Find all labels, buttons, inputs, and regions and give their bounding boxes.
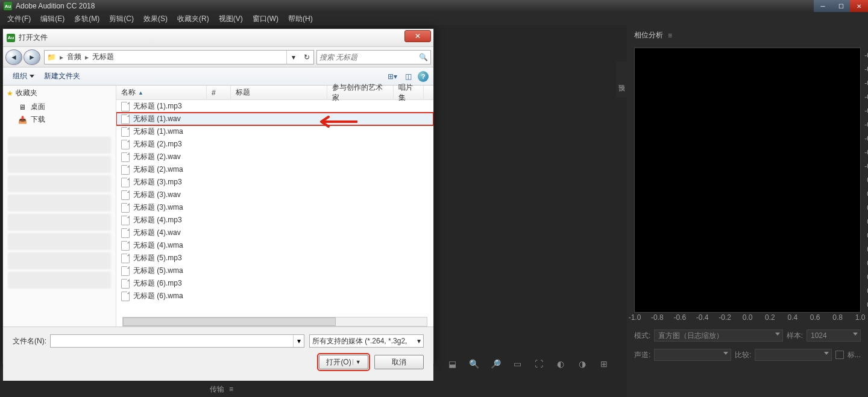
dialog-body: ★ 收藏夹 🖥 桌面 📥 下载 名称▲ # 标题 参与创作的艺术家 唱片集 <box>3 86 433 327</box>
zoom-out-icon[interactable]: 🔎 <box>488 357 503 371</box>
file-row[interactable]: 无标题 (2).wav <box>116 151 433 163</box>
breadcrumb[interactable]: 📁 ▸ 音频 ▸ 无标题 ▾ ↻ <box>44 50 314 64</box>
crumb-untitled[interactable]: 无标题 <box>92 52 114 62</box>
file-row[interactable]: 无标题 (3).wma <box>116 201 433 214</box>
menu-clip[interactable]: 剪辑(C) <box>104 12 139 25</box>
file-icon <box>121 114 130 124</box>
breadcrumb-dropdown-button[interactable]: ▾ <box>287 51 300 64</box>
crumb-audio[interactable]: 音频 <box>67 52 81 62</box>
normalize-checkbox[interactable] <box>835 351 844 359</box>
file-row[interactable]: 无标题 (3).mp3 <box>116 176 433 189</box>
hamburger-icon[interactable]: ≡ <box>229 385 233 393</box>
file-icon <box>121 152 130 162</box>
menu-file[interactable]: 文件(F) <box>2 12 36 25</box>
file-row[interactable]: 无标题 (6).wma <box>116 290 433 302</box>
file-name-label: 无标题 (6).wma <box>133 291 183 301</box>
organize-button[interactable]: 组织 <box>8 70 39 83</box>
file-row[interactable]: 无标题 (4).wav <box>116 227 433 239</box>
menu-effects[interactable]: 效果(S) <box>139 12 172 25</box>
forward-button[interactable]: ► <box>24 49 40 65</box>
search-input[interactable] <box>319 53 419 61</box>
file-row[interactable]: 无标题 (4).wma <box>116 239 433 252</box>
panel-controls: 模式: 直方图（日志缩放） 样本: 1024 声道: 比较: 标... <box>634 330 861 364</box>
zoom-in-icon[interactable]: 🔍 <box>467 357 481 371</box>
menu-multitrack[interactable]: 多轨(M) <box>69 12 104 25</box>
file-icon <box>121 241 130 251</box>
zoom-full-icon[interactable]: ⊞ <box>597 357 611 371</box>
preview-pane-button[interactable]: ◫ <box>402 70 414 83</box>
zoom-selection-icon[interactable]: ⛶ <box>532 357 546 371</box>
file-row[interactable]: 无标题 (3).wav <box>116 189 433 201</box>
search-box[interactable]: 🔍 <box>316 50 431 64</box>
filename-dropdown-button[interactable]: ▾ <box>293 335 304 347</box>
x-tick: 0.8 <box>832 313 843 322</box>
sample-dropdown[interactable]: 1024 <box>807 330 861 342</box>
file-type-filter[interactable]: 所有支持的媒体 (*.264, *.3g2, ▾ <box>309 334 424 348</box>
column-title[interactable]: 标题 <box>231 86 327 100</box>
mode-dropdown[interactable]: 直方图（日志缩放） <box>654 330 782 342</box>
phase-analysis-panel: 预设 相位分析 ≡ -0.9-0.8-0.7-0.6-0.5-0.4-0.3-0… <box>627 25 868 397</box>
file-row[interactable]: 无标题 (1).wma <box>116 125 433 138</box>
zoom-out-time-icon[interactable]: ◑ <box>575 357 590 371</box>
help-icon[interactable]: ? <box>418 71 429 82</box>
horizontal-scrollbar[interactable] <box>122 317 427 327</box>
menu-edit[interactable]: 编辑(E) <box>36 12 69 25</box>
file-icon <box>121 203 130 213</box>
file-name-label: 无标题 (5).mp3 <box>133 253 182 263</box>
view-mode-button[interactable]: ⊞▾ <box>386 70 398 83</box>
file-row[interactable]: 无标题 (5).wma <box>116 264 433 277</box>
file-name-label: 无标题 (4).wma <box>133 240 183 251</box>
close-button[interactable]: ✕ <box>850 0 868 12</box>
file-row[interactable]: 无标题 (2).wma <box>116 163 433 176</box>
file-icon <box>121 266 130 276</box>
file-name-label: 无标题 (4).mp3 <box>133 215 182 225</box>
favorites-header[interactable]: ★ 收藏夹 <box>3 86 116 101</box>
sidebar-item-downloads[interactable]: 📥 下载 <box>3 113 116 126</box>
x-tick: 0.2 <box>765 313 775 322</box>
file-list-header: 名称▲ # 标题 参与创作的艺术家 唱片集 <box>116 86 433 100</box>
zoom-fit-icon[interactable]: ▭ <box>510 357 524 371</box>
column-number[interactable]: # <box>207 86 231 100</box>
y-tick: -0.1 <box>864 162 868 170</box>
mode-label: 模式: <box>634 331 650 341</box>
compare-label: 比较: <box>735 350 751 360</box>
dialog-close-button[interactable]: ✕ <box>404 30 431 42</box>
file-row[interactable]: 无标题 (2).mp3 <box>116 138 433 151</box>
sidebar-item-desktop[interactable]: 🖥 桌面 <box>3 101 116 113</box>
file-icon <box>121 165 130 175</box>
column-artist[interactable]: 参与创作的艺术家 <box>327 86 394 100</box>
new-folder-button[interactable]: 新建文件夹 <box>39 70 85 83</box>
y-tick: -0.9 <box>864 51 868 60</box>
menu-favorites[interactable]: 收藏夹(R) <box>172 12 214 25</box>
file-row[interactable]: 无标题 (1).wav <box>116 113 433 125</box>
refresh-button[interactable]: ↻ <box>300 51 313 64</box>
file-row[interactable]: 无标题 (1).mp3 <box>116 100 433 113</box>
maximize-button[interactable]: ☐ <box>832 0 850 12</box>
column-album[interactable]: 唱片集 <box>394 86 424 100</box>
column-name[interactable]: 名称▲ <box>116 86 207 100</box>
app-icon: Au <box>4 2 12 10</box>
open-button[interactable]: 打开(O)▼ <box>319 355 368 369</box>
x-tick: -0.6 <box>673 313 686 322</box>
zoom-in-time-icon[interactable]: ◐ <box>553 357 568 371</box>
compare-dropdown[interactable] <box>755 349 832 361</box>
back-button[interactable]: ◄ <box>5 49 22 65</box>
preset-tab[interactable]: 预设 <box>616 61 627 98</box>
file-row[interactable]: 无标题 (4).mp3 <box>116 214 433 227</box>
menu-window[interactable]: 窗口(W) <box>248 12 283 25</box>
dialog-titlebar: Au 打开文件 ✕ <box>3 29 433 47</box>
file-row[interactable]: 无标题 (6).mp3 <box>116 277 433 290</box>
hamburger-icon[interactable]: ≡ <box>668 31 672 40</box>
y-tick: -0.2 <box>864 148 868 157</box>
filename-input[interactable]: ▾ <box>50 334 304 348</box>
file-row[interactable]: 无标题 (5).mp3 <box>116 252 433 264</box>
cancel-button[interactable]: 取消 <box>374 355 424 369</box>
channel-dropdown[interactable] <box>654 349 731 361</box>
file-name-label: 无标题 (2).mp3 <box>133 139 182 149</box>
menu-view[interactable]: 视图(V) <box>214 12 248 25</box>
menu-help[interactable]: 帮助(H) <box>283 12 318 25</box>
minimize-button[interactable]: ─ <box>814 0 832 12</box>
file-name-label: 无标题 (2).wma <box>133 164 183 175</box>
search-icon[interactable]: 🔍 <box>419 53 428 61</box>
marker-icon[interactable]: ⬓ <box>445 357 459 371</box>
